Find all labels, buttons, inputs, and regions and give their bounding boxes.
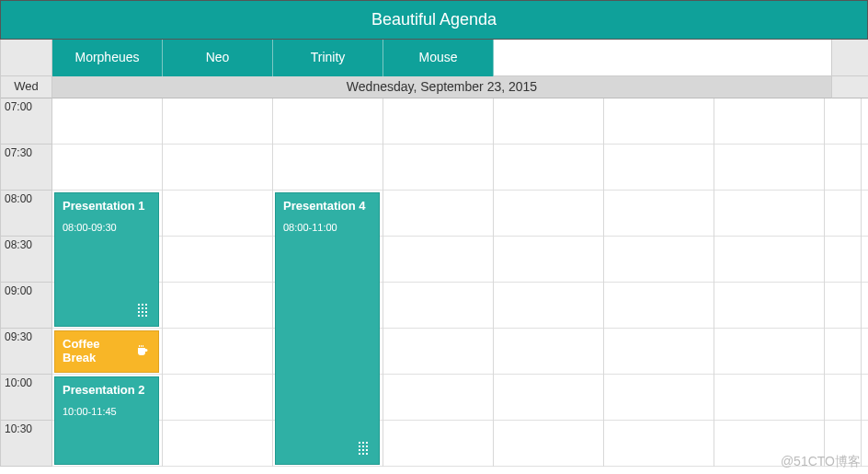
resource-tabs: MorpheuesNeoTrinityMouse bbox=[52, 40, 868, 76]
drag-grip-icon[interactable] bbox=[359, 442, 371, 460]
appointment-title: Presentation 4 bbox=[283, 199, 371, 213]
time-slot-label: 10:30 bbox=[1, 421, 51, 467]
presentation-appointment[interactable]: Presentation 210:00-11:45 bbox=[54, 376, 159, 465]
time-column: 07:0007:3008:0008:3009:0009:3010:0010:30 bbox=[1, 98, 52, 467]
svg-rect-21 bbox=[359, 453, 360, 455]
svg-rect-17 bbox=[366, 445, 368, 447]
calendar-grid: 07:0007:3008:0008:3009:0009:3010:0010:30… bbox=[0, 98, 868, 467]
svg-rect-3 bbox=[138, 307, 140, 309]
resource-tab[interactable]: Neo bbox=[163, 40, 273, 76]
day-full-label: Wednesday, September 23, 2015 bbox=[52, 76, 831, 98]
coffee-break-appointment[interactable]: Coffee Break bbox=[54, 330, 159, 373]
grid-body: Presentation 108:00-09:30Coffee BreakPre… bbox=[52, 98, 868, 467]
time-slot-label: 07:00 bbox=[1, 98, 51, 145]
header-filler bbox=[494, 40, 831, 76]
resource-header-row: MorpheuesNeoTrinityMouse bbox=[0, 40, 868, 76]
svg-rect-5 bbox=[145, 307, 147, 309]
header-spacer bbox=[1, 40, 52, 76]
resource-column[interactable]: Presentation 108:00-09:30Coffee BreakPre… bbox=[52, 98, 163, 467]
coffee-cup-icon bbox=[136, 343, 151, 358]
svg-rect-10 bbox=[142, 315, 143, 317]
appointment-title: Coffee Break bbox=[63, 337, 151, 364]
day-header-end bbox=[831, 76, 868, 98]
time-slot-label: 08:30 bbox=[1, 237, 51, 283]
svg-rect-22 bbox=[362, 453, 364, 455]
appointment-time: 08:00-11:00 bbox=[283, 222, 371, 233]
svg-rect-13 bbox=[362, 442, 364, 444]
svg-rect-2 bbox=[145, 304, 147, 306]
time-slot-label: 09:30 bbox=[1, 329, 51, 375]
appointment-title: Presentation 1 bbox=[63, 199, 151, 213]
blank-column bbox=[714, 98, 825, 467]
drag-grip-icon[interactable] bbox=[138, 304, 151, 322]
svg-rect-7 bbox=[142, 311, 143, 313]
resource-column[interactable]: Presentation 408:00-11:00 bbox=[273, 98, 383, 467]
resource-tab[interactable]: Trinity bbox=[273, 40, 383, 76]
appointment-time: 10:00-11:45 bbox=[63, 406, 151, 417]
resource-tab[interactable]: Morpheues bbox=[52, 40, 163, 76]
svg-rect-15 bbox=[359, 445, 360, 447]
watermark: @51CTO博客 bbox=[781, 454, 861, 470]
svg-rect-11 bbox=[145, 315, 147, 317]
app-title: Beautiful Agenda bbox=[371, 10, 497, 29]
far-column bbox=[825, 98, 862, 467]
blank-column bbox=[604, 98, 714, 467]
time-slot-label: 10:00 bbox=[1, 375, 51, 421]
day-short-label: Wed bbox=[1, 76, 52, 98]
svg-rect-19 bbox=[362, 449, 364, 451]
presentation-appointment[interactable]: Presentation 408:00-11:00 bbox=[275, 192, 380, 465]
svg-rect-14 bbox=[366, 442, 368, 444]
presentation-appointment[interactable]: Presentation 108:00-09:30 bbox=[54, 192, 159, 327]
time-slot-label: 07:30 bbox=[1, 145, 51, 191]
svg-rect-23 bbox=[366, 453, 368, 455]
blank-column bbox=[494, 98, 604, 467]
resource-tab[interactable]: Mouse bbox=[383, 40, 494, 76]
resource-column[interactable] bbox=[163, 98, 273, 467]
resource-column[interactable] bbox=[383, 98, 494, 467]
day-header-row: Wed Wednesday, September 23, 2015 bbox=[0, 76, 868, 98]
svg-rect-4 bbox=[142, 307, 143, 309]
time-slot-label: 08:00 bbox=[1, 191, 51, 237]
appointment-time: 08:00-09:30 bbox=[63, 222, 151, 233]
svg-rect-12 bbox=[359, 442, 360, 444]
svg-rect-9 bbox=[138, 315, 140, 317]
appointment-title: Presentation 2 bbox=[63, 383, 151, 397]
svg-rect-0 bbox=[138, 304, 140, 306]
svg-rect-18 bbox=[359, 449, 360, 451]
svg-rect-16 bbox=[362, 445, 364, 447]
title-bar: Beautiful Agenda bbox=[0, 0, 868, 40]
time-slot-label: 09:00 bbox=[1, 283, 51, 329]
header-far bbox=[831, 40, 868, 76]
svg-rect-6 bbox=[138, 311, 140, 313]
svg-rect-8 bbox=[145, 311, 147, 313]
svg-rect-20 bbox=[366, 449, 368, 451]
svg-rect-1 bbox=[142, 304, 143, 306]
